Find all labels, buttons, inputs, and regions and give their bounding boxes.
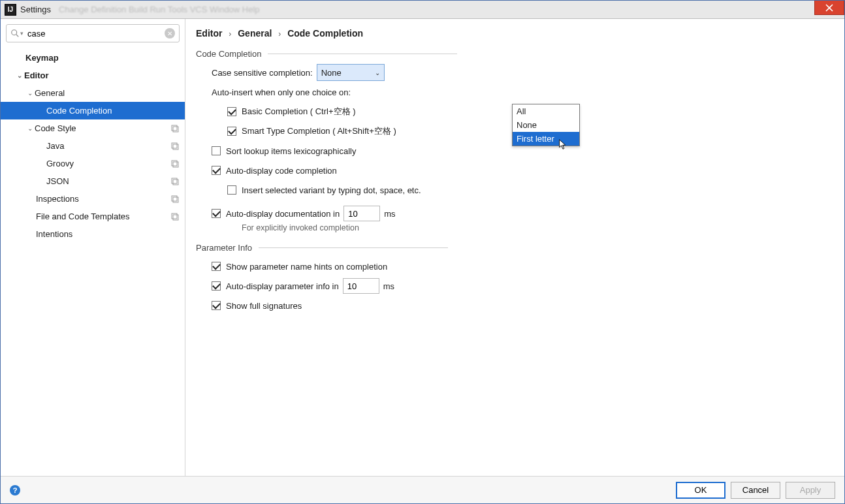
row-auto-insert: Auto-insert when only one choice on: [212, 84, 834, 101]
tree-label: Code Style [35, 123, 76, 133]
chevron-down-icon: ⌄ [375, 69, 380, 76]
scope-icon [170, 124, 180, 133]
settings-window: IJ Settings Change Definition Build Run … [0, 0, 845, 504]
svg-rect-8 [172, 178, 177, 183]
combo-option-all[interactable]: All [513, 104, 579, 118]
svg-rect-5 [173, 144, 178, 150]
checkbox-insert-variant[interactable]: Insert selected variant by typing dot, s… [227, 185, 421, 195]
checkbox-auto-display-cc[interactable]: Auto-display code completion [212, 166, 337, 176]
tree-item-editor[interactable]: ⌄Editor [1, 67, 185, 84]
settings-content: Code Completion Case sensitive completio… [185, 45, 844, 317]
field-label: Auto-insert when only one choice on: [212, 87, 351, 97]
tree-label: Editor [24, 71, 49, 80]
checkbox-basic-completion[interactable]: Basic Completion ( Ctrl+空格 ) [227, 106, 355, 118]
section-parameter-info: Parameter Info [196, 243, 834, 253]
checkbox-icon [212, 146, 221, 155]
chevron-right-icon: › [229, 29, 231, 39]
close-button[interactable] [814, 1, 844, 15]
content-pane: Editor › General › Code Completion Code … [185, 19, 844, 476]
svg-point-0 [12, 30, 17, 35]
row-auto-doc: Auto-display documentation in ms [212, 205, 834, 222]
tree-label: Keymap [25, 53, 59, 63]
combo-option-first-letter[interactable]: First letter [513, 132, 579, 146]
tree-item-json[interactable]: JSON [1, 172, 185, 190]
svg-rect-4 [172, 143, 177, 148]
checkbox-auto-doc[interactable]: Auto-display documentation in [212, 209, 340, 219]
checkbox-label: Smart Type Completion ( Alt+Shift+空格 ) [242, 125, 396, 137]
case-sensitive-combo[interactable]: None ⌄ [317, 64, 385, 81]
tree-item-code-style[interactable]: ⌄Code Style [1, 119, 185, 137]
svg-rect-13 [173, 215, 178, 220]
tree-label: Groovy [46, 159, 74, 168]
clear-search-icon[interactable]: ✕ [165, 28, 175, 39]
row-full-sig: Show full signatures [212, 297, 834, 314]
tree-label: File and Code Templates [36, 212, 130, 221]
param-delay-input[interactable] [343, 278, 379, 294]
checkbox-icon [212, 262, 221, 271]
checkbox-full-sig[interactable]: Show full signatures [212, 301, 302, 311]
section-code-completion: Code Completion [196, 49, 834, 59]
chevron-down-icon: ⌄ [25, 89, 35, 97]
checkbox-icon [227, 185, 236, 195]
field-label: Case sensitive completion: [212, 68, 313, 78]
apply-button: Apply [786, 482, 835, 499]
scope-icon [170, 195, 180, 204]
checkbox-show-hints[interactable]: Show parameter name hints on completion [212, 262, 387, 272]
checkbox-label: Show full signatures [226, 301, 302, 311]
svg-rect-9 [173, 180, 178, 185]
checkbox-label: Auto-display parameter info in [226, 281, 339, 291]
combo-option-none[interactable]: None [513, 118, 579, 132]
tree-item-java[interactable]: Java [1, 137, 185, 155]
checkbox-icon [227, 127, 236, 136]
scope-icon [170, 212, 180, 221]
tree-label: Inspections [36, 194, 79, 204]
breadcrumb-part: Code Completion [287, 28, 363, 39]
checkbox-auto-param-info[interactable]: Auto-display parameter info in [212, 281, 339, 291]
svg-rect-2 [172, 125, 177, 131]
unit-label: ms [383, 281, 394, 291]
svg-line-1 [16, 35, 19, 37]
breadcrumb-part[interactable]: General [238, 28, 272, 39]
section-label: Parameter Info [196, 243, 252, 253]
search-history-caret-icon[interactable]: ▾ [20, 30, 24, 37]
tree-item-inspections[interactable]: Inspections [1, 190, 185, 208]
svg-rect-10 [172, 196, 177, 201]
search-field[interactable]: ▾ ✕ [6, 24, 180, 42]
tree-item-code-completion[interactable]: Code Completion [1, 102, 185, 119]
checkbox-label: Sort lookup items lexicographically [226, 146, 356, 156]
svg-rect-12 [172, 213, 177, 219]
chevron-down-icon: ⌄ [25, 125, 35, 132]
titlebar: IJ Settings Change Definition Build Run … [1, 1, 844, 19]
svg-rect-6 [172, 161, 177, 166]
tree-item-file-templates[interactable]: File and Code Templates [1, 208, 185, 225]
tree-item-general[interactable]: ⌄General [1, 84, 185, 102]
row-show-hints: Show parameter name hints on completion [212, 258, 834, 275]
scope-icon [170, 177, 180, 186]
cancel-button[interactable]: Cancel [731, 482, 780, 499]
checkbox-sort-lex[interactable]: Sort lookup items lexicographically [212, 146, 356, 156]
breadcrumb: Editor › General › Code Completion [185, 19, 844, 45]
tree-item-intentions[interactable]: Intentions [1, 225, 185, 243]
dialog-footer: ? OK Cancel Apply [1, 476, 844, 503]
tree-item-keymap[interactable]: Keymap [1, 49, 185, 67]
dialog-body: ▾ ✕ Keymap ⌄Editor ⌄General Code Complet… [1, 19, 844, 476]
checkbox-icon [212, 166, 221, 175]
doc-delay-input[interactable] [343, 206, 380, 221]
tree-item-groovy[interactable]: Groovy [1, 155, 185, 172]
svg-rect-7 [173, 162, 178, 167]
checkbox-smart-completion[interactable]: Smart Type Completion ( Alt+Shift+空格 ) [227, 125, 396, 137]
help-button[interactable]: ? [10, 485, 20, 496]
search-icon [10, 29, 20, 38]
search-input[interactable] [26, 28, 165, 39]
checkbox-label: Insert selected variant by typing dot, s… [242, 185, 421, 195]
tree-label: JSON [46, 176, 69, 186]
obscured-menu: Change Definition Build Run Tools VCS Wi… [59, 5, 260, 14]
scope-icon [170, 159, 180, 168]
checkbox-icon [227, 107, 236, 116]
sidebar: ▾ ✕ Keymap ⌄Editor ⌄General Code Complet… [1, 19, 185, 476]
close-icon [825, 4, 833, 12]
ok-button[interactable]: OK [676, 482, 725, 499]
breadcrumb-part[interactable]: Editor [196, 28, 222, 39]
doc-hint: For explicitly invoked completion [242, 223, 834, 232]
checkbox-label: Auto-display documentation in [226, 209, 340, 219]
